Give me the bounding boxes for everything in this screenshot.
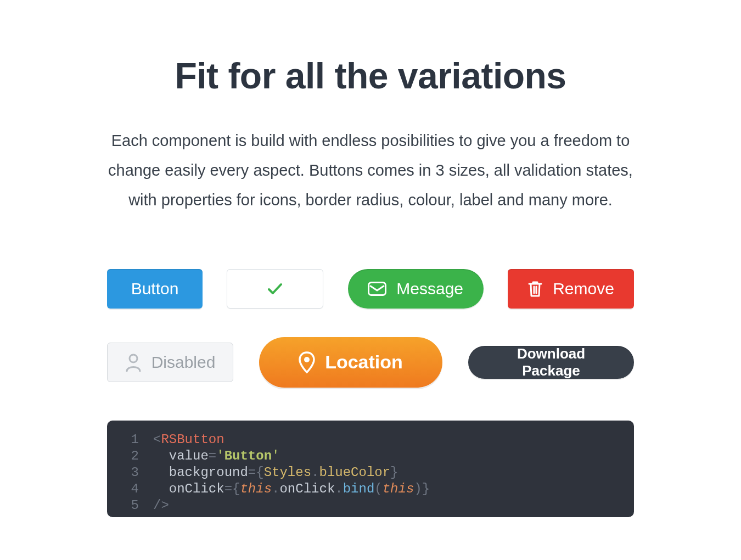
line-number: 5 [118, 497, 139, 514]
pin-icon [299, 351, 315, 373]
button-disabled: Disabled [107, 343, 233, 382]
envelope-icon [368, 282, 386, 296]
svg-rect-0 [369, 282, 386, 295]
button-examples: Button Message Remove [107, 269, 634, 388]
button-location[interactable]: Location [259, 337, 442, 388]
button-download[interactable]: Download Package [468, 346, 634, 379]
button-remove[interactable]: Remove [508, 269, 634, 309]
button-label: Message [396, 279, 463, 298]
code-line: 3 background={Styles.blueColor} [118, 464, 623, 481]
line-number: 4 [118, 481, 139, 497]
code-block: 1<RSButton 2 value='Button' 3 background… [107, 421, 634, 517]
code-line: 5/> [118, 497, 623, 514]
button-check[interactable] [227, 269, 323, 309]
line-number: 2 [118, 448, 139, 464]
button-label: Download Package [488, 345, 614, 379]
page-lead: Each component is build with endless pos… [107, 126, 634, 215]
button-label: Remove [553, 279, 614, 298]
svg-point-2 [304, 357, 310, 362]
svg-point-1 [130, 355, 137, 362]
code-line: 4 onClick={this.onClick.bind(this)} [118, 481, 623, 497]
line-number: 3 [118, 464, 139, 481]
button-label: Disabled [151, 353, 216, 372]
code-line: 2 value='Button' [118, 448, 623, 464]
button-row-2: Disabled Location Download Package [107, 337, 634, 388]
button-primary[interactable]: Button [107, 269, 203, 309]
user-icon [125, 353, 142, 372]
button-label: Button [131, 279, 179, 298]
page-heading: Fit for all the variations [107, 55, 634, 97]
line-number: 1 [118, 432, 139, 448]
button-row-1: Button Message Remove [107, 269, 634, 309]
check-icon [268, 283, 282, 295]
button-label: Location [325, 351, 403, 373]
button-message[interactable]: Message [348, 269, 484, 309]
code-line: 1<RSButton [118, 432, 623, 448]
trash-icon [527, 280, 543, 298]
